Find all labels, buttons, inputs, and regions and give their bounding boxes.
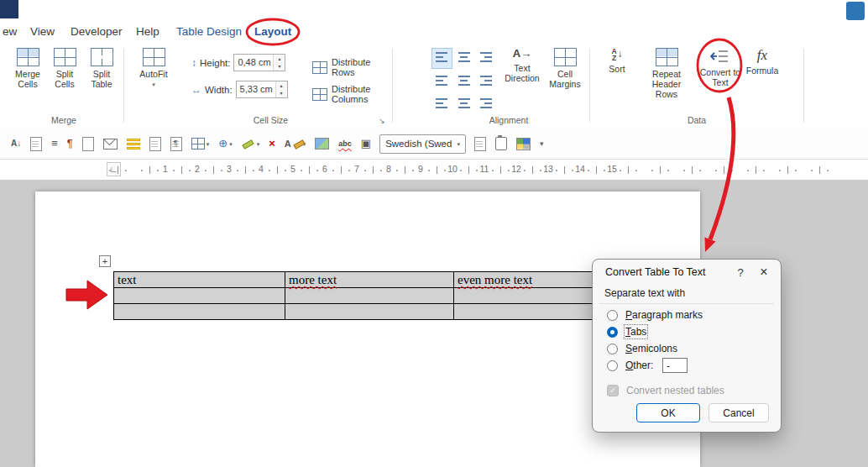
repeat-header-rows-icon [656, 48, 678, 66]
ruler-number: 6 [322, 164, 327, 174]
ruler-number: 14 [575, 164, 585, 174]
align-mc-button[interactable] [453, 70, 474, 91]
list-icon: ≡ [51, 138, 58, 150]
align-mr-button[interactable] [475, 70, 496, 91]
ruler-dot [237, 170, 238, 171]
page-pilcrow-button[interactable]: ¶ [170, 136, 183, 152]
repeat-header-rows-button[interactable]: Repeat Header Rows [639, 46, 694, 101]
table-cell[interactable]: more text [285, 272, 454, 288]
dialog-help-button[interactable]: ? [729, 261, 752, 283]
hyperlink-globe-icon: ⊕ [218, 138, 227, 150]
cell-margins-label: Cell Margins [546, 69, 584, 89]
spelling-button[interactable]: abc [337, 139, 353, 149]
autofit-button[interactable]: AutoFit ▾ [134, 46, 173, 89]
width-up-button[interactable]: ▴ [276, 81, 287, 90]
width-down-button[interactable]: ▾ [276, 90, 287, 98]
ruler-tick [437, 166, 437, 174]
page-pilcrow-icon: ¶ [170, 137, 182, 151]
dialog-close-button[interactable]: × [752, 261, 776, 283]
envelope-button[interactable] [102, 138, 118, 150]
sort-button[interactable]: AZ ↓ Sort [599, 46, 635, 76]
width-stepper: ▴ ▾ [275, 81, 287, 97]
height-input[interactable]: 0,48 cm ▴ ▾ [233, 54, 285, 71]
height-down-button[interactable]: ▾ [274, 63, 285, 71]
align-bc-button[interactable] [453, 92, 474, 113]
highlighter-button[interactable] [126, 138, 141, 150]
hyperlink-button[interactable]: ⊕▾ [217, 137, 233, 150]
ruler-dot [364, 170, 366, 171]
new-page-button[interactable] [81, 136, 95, 152]
window-corner-accent-right [846, 2, 865, 20]
radio-icon [607, 360, 618, 371]
other-separator-input[interactable] [662, 358, 688, 373]
menu-item-view[interactable]: View [30, 25, 55, 38]
ruler-dot [492, 170, 494, 171]
formula-icon: fx [757, 48, 767, 63]
convert-to-text-button[interactable]: Convert to Text [695, 46, 745, 89]
sort-az-toolbar-button[interactable]: A↓ [10, 137, 22, 150]
height-value: 0,48 cm [234, 55, 273, 71]
height-up-button[interactable]: ▴ [274, 55, 285, 63]
table-cell[interactable]: text [114, 272, 285, 288]
cell-margins-button[interactable]: Cell Margins [544, 46, 586, 91]
text-direction-button[interactable]: A→ Text Direction [501, 46, 543, 85]
media-button[interactable] [314, 137, 330, 150]
align-br-button[interactable] [475, 92, 496, 113]
split-cells-button[interactable]: Split Cells [47, 46, 82, 91]
split-table-icon [91, 48, 113, 66]
ruler-tick [277, 166, 278, 174]
toolbar-overflow-button[interactable]: ▾ [539, 140, 545, 148]
ruler-tick [468, 166, 469, 174]
dialog-body: Separate text with Paragraph marks Tabs … [593, 287, 781, 396]
framed-page-button[interactable]: ▣ [360, 137, 372, 150]
menu-item-help[interactable]: Help [136, 25, 159, 38]
cell-size-dialog-launcher[interactable]: ↘ [377, 116, 387, 126]
radio-option-paragraph-marks[interactable]: Paragraph marks [607, 307, 771, 323]
ink-pen-button[interactable]: ▾ [241, 137, 261, 150]
merge-cells-button[interactable]: Merge Cells [10, 46, 45, 91]
page-arrow-button[interactable] [473, 136, 487, 152]
distribute-rows-button[interactable]: Distribute Rows [312, 57, 390, 77]
radio-option-semicolons[interactable]: Semicolons [607, 340, 771, 357]
ruler-tick [532, 166, 533, 174]
font-pen-button[interactable]: A▾ [284, 137, 306, 150]
distribute-columns-button[interactable]: Distribute Columns [312, 84, 390, 104]
ruler-dot [444, 170, 446, 171]
split-table-button[interactable]: Split Table [84, 46, 119, 91]
color-grid-button[interactable] [515, 137, 531, 151]
radio-option-tabs[interactable]: Tabs [607, 323, 771, 340]
width-input[interactable]: 5,33 cm ▴ ▾ [236, 81, 288, 98]
ribbon-separator [589, 49, 590, 123]
list-button[interactable]: ≡ [50, 137, 59, 150]
menu-item-developer[interactable]: Developer [71, 25, 123, 38]
radio-option-other[interactable]: Other: [607, 357, 771, 374]
table-cell[interactable] [285, 304, 454, 320]
pilcrow-back-button[interactable]: ¶ [66, 137, 74, 150]
checkmark-icon: ✓ [609, 386, 616, 395]
align-tl-button[interactable] [431, 48, 452, 69]
copy-page-button[interactable] [29, 136, 43, 152]
language-select[interactable]: Swedish (Swed ▾ [379, 134, 466, 154]
insert-table-button[interactable]: ▾ [191, 137, 211, 150]
page-arrow-icon [474, 137, 486, 151]
delete-button[interactable]: × [268, 137, 276, 150]
menu-item-review-partial[interactable]: ew [3, 25, 17, 38]
formula-button[interactable]: fx Formula [744, 46, 781, 77]
cancel-button[interactable]: Cancel [709, 403, 769, 422]
table-cell[interactable] [114, 304, 285, 320]
ok-button[interactable]: OK [636, 403, 700, 422]
menu-item-layout[interactable]: Layout [254, 25, 291, 38]
align-ml-button[interactable] [431, 70, 452, 91]
table-cell[interactable] [114, 288, 285, 304]
table-cell[interactable] [285, 288, 454, 304]
group-separator-line [599, 303, 774, 304]
ruler-dot [556, 170, 557, 171]
align-tr-button[interactable] [475, 48, 496, 69]
table-move-handle[interactable]: + [99, 255, 111, 267]
clipboard-button[interactable] [494, 136, 508, 151]
align-bl-button[interactable] [431, 92, 452, 113]
page-lines-button[interactable] [149, 136, 162, 152]
menu-item-table-design[interactable]: Table Design [176, 25, 242, 38]
align-tc-button[interactable] [453, 48, 474, 69]
ruler-dot [173, 170, 175, 171]
